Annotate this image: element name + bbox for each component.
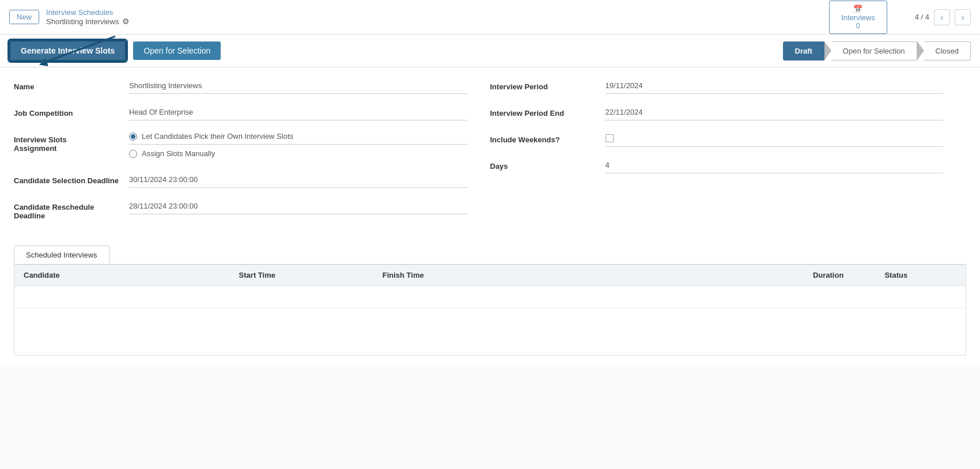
interview-period-label: Interview Period (490, 79, 606, 91)
pagination-text: 4 / 4 (915, 13, 929, 21)
top-bar: New Interview Schedules Shortlisting Int… (0, 0, 980, 35)
interview-period-end-value: 22/11/2024 (606, 105, 944, 120)
col-spacer (526, 271, 813, 279)
radio-option-2[interactable]: Assign Slots Manually (129, 149, 467, 161)
include-weekends-row: Include Weekends? (490, 132, 944, 147)
col-finish-time: Finish Time (383, 271, 526, 279)
open-for-selection-button[interactable]: Open for Selection (133, 41, 221, 60)
interview-period-end-label: Interview Period End (490, 105, 606, 118)
radio-assign-manually[interactable] (129, 150, 137, 158)
interview-period-end-row: Interview Period End 22/11/2024 (490, 105, 944, 120)
breadcrumb-parent-link[interactable]: Interview Schedules (46, 8, 130, 17)
prev-button[interactable]: ‹ (934, 9, 950, 25)
pagination-area: 4 / 4 ‹ › (915, 9, 971, 25)
slots-assignment-label: Interview Slots Assignment (14, 132, 129, 153)
candidate-selection-deadline-label: Candidate Selection Deadline (14, 173, 129, 185)
interview-period-value: 19/11/2024 (606, 79, 944, 94)
days-value: 4 (606, 158, 944, 173)
job-competition-label: Job Competition (14, 105, 129, 118)
action-bar: Generate Interview Slots Open for Select… (0, 35, 980, 67)
table-header: Candidate Start Time Finish Time Duratio… (14, 265, 966, 286)
breadcrumb-sub: Shortlisting Interviews ⚙ (46, 17, 130, 26)
candidate-reschedule-label: Candidate Reschedule Deadline (14, 199, 129, 220)
candidate-selection-deadline-row: Candidate Selection Deadline 30/11/2024 … (14, 173, 467, 188)
gear-icon[interactable]: ⚙ (122, 17, 130, 26)
main-content: Name Shortlisting Interviews Job Competi… (0, 67, 980, 367)
status-draft[interactable]: Draft (783, 41, 824, 60)
interview-period-row: Interview Period 19/11/2024 (490, 79, 944, 94)
calendar-icon: 📅 (853, 5, 862, 13)
job-competition-value: Head Of Enterprise (129, 105, 467, 120)
empty-row-1 (14, 286, 966, 309)
radio-pick-own[interactable] (129, 133, 137, 141)
tabs-area: Scheduled Interviews (14, 245, 966, 264)
name-label: Name (14, 79, 129, 91)
radio-pick-own-label: Let Candidates Pick their Own Interview … (142, 132, 293, 141)
breadcrumb-area: Interview Schedules Shortlisting Intervi… (46, 8, 130, 26)
generate-interview-slots-button[interactable]: Generate Interview Slots (9, 40, 126, 61)
name-value: Shortlisting Interviews (129, 79, 467, 94)
interviews-label: Interviews (841, 13, 875, 22)
form-grid: Name Shortlisting Interviews Job Competi… (14, 79, 966, 232)
status-closed[interactable]: Closed (924, 41, 971, 60)
tab-scheduled-interviews[interactable]: Scheduled Interviews (14, 245, 109, 264)
next-button[interactable]: › (955, 9, 971, 25)
status-arrow-1 (824, 41, 831, 60)
radio-option-1[interactable]: Let Candidates Pick their Own Interview … (129, 132, 467, 145)
interviews-button[interactable]: 📅 Interviews 0 (829, 1, 887, 34)
include-weekends-value (606, 132, 944, 147)
form-right: Interview Period 19/11/2024 Interview Pe… (490, 79, 967, 232)
days-label: Days (490, 158, 606, 171)
include-weekends-checkbox[interactable] (606, 134, 614, 142)
form-left: Name Shortlisting Interviews Job Competi… (14, 79, 490, 232)
candidate-reschedule-row: Candidate Reschedule Deadline 28/11/2024… (14, 199, 467, 220)
table-section: Candidate Start Time Finish Time Duratio… (14, 264, 966, 355)
table-body (14, 286, 966, 355)
status-pipeline: Draft Open for Selection Closed (783, 41, 971, 60)
col-duration: Duration (813, 271, 885, 279)
include-weekends-label: Include Weekends? (490, 132, 606, 144)
col-start-time: Start Time (239, 271, 383, 279)
col-status: Status (884, 271, 956, 279)
candidate-reschedule-value: 28/11/2024 23:00:00 (129, 199, 467, 214)
radio-group: Let Candidates Pick their Own Interview … (129, 132, 467, 161)
job-competition-row: Job Competition Head Of Enterprise (14, 105, 467, 120)
status-open-for-selection[interactable]: Open for Selection (831, 41, 917, 60)
radio-assign-manually-label: Assign Slots Manually (142, 149, 215, 158)
slots-assignment-row: Interview Slots Assignment Let Candidate… (14, 132, 467, 161)
col-candidate: Candidate (24, 271, 239, 279)
candidate-selection-deadline-value: 30/11/2024 23:00:00 (129, 173, 467, 188)
status-arrow-2 (917, 41, 924, 60)
interviews-count: 0 (856, 22, 860, 30)
name-row: Name Shortlisting Interviews (14, 79, 467, 94)
new-button[interactable]: New (9, 10, 39, 24)
breadcrumb-current: Shortlisting Interviews (46, 17, 119, 26)
days-row: Days 4 (490, 158, 944, 173)
empty-row-2 (14, 309, 966, 332)
